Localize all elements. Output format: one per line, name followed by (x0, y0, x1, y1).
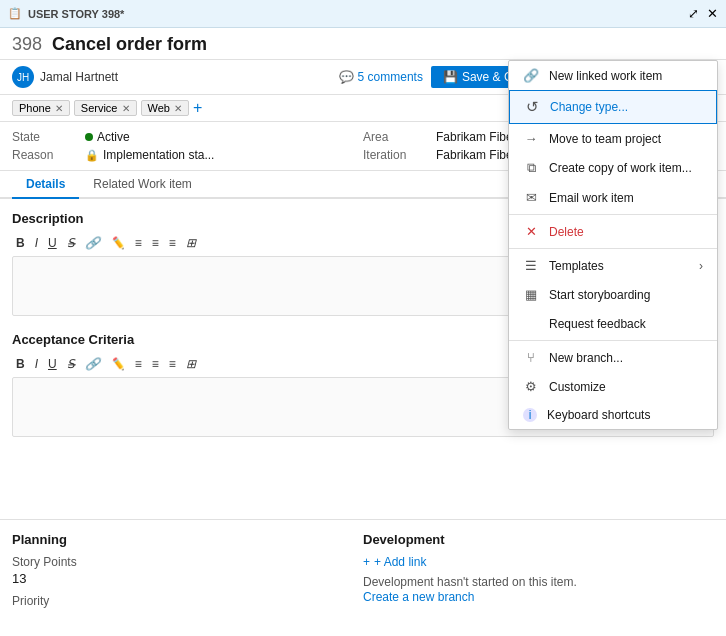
copy-label: Create copy of work item... (549, 161, 692, 175)
new-linked-icon: 🔗 (523, 68, 539, 83)
new-linked-label: New linked work item (549, 69, 662, 83)
feedback-label: Request feedback (549, 317, 646, 331)
menu-item-new-branch[interactable]: ⑂ New branch... (509, 343, 717, 372)
menu-item-move-to-team-project[interactable]: → Move to team project (509, 124, 717, 153)
change-type-icon: ↺ (524, 98, 540, 116)
menu-item-create-copy[interactable]: ⧉ Create copy of work item... (509, 153, 717, 183)
delete-icon: ✕ (523, 224, 539, 239)
templates-icon: ☰ (523, 258, 539, 273)
menu-item-request-feedback[interactable]: · Request feedback (509, 309, 717, 338)
menu-divider-3 (509, 340, 717, 341)
menu-item-templates[interactable]: ☰ Templates › (509, 251, 717, 280)
move-icon: → (523, 131, 539, 146)
dropdown-overlay[interactable]: 🔗 New linked work item ↺ Change type... … (0, 0, 726, 636)
menu-item-customize[interactable]: ⚙ Customize (509, 372, 717, 401)
email-icon: ✉ (523, 190, 539, 205)
feedback-icon: · (523, 316, 539, 331)
menu-item-delete[interactable]: ✕ Delete (509, 217, 717, 246)
templates-label: Templates (549, 259, 604, 273)
change-type-label: Change type... (550, 100, 628, 114)
customize-label: Customize (549, 380, 606, 394)
customize-icon: ⚙ (523, 379, 539, 394)
storyboard-label: Start storyboarding (549, 288, 650, 302)
menu-divider-1 (509, 214, 717, 215)
menu-item-keyboard-shortcuts[interactable]: i Keyboard shortcuts (509, 401, 717, 429)
email-label: Email work item (549, 191, 634, 205)
menu-divider-2 (509, 248, 717, 249)
menu-item-start-storyboarding[interactable]: ▦ Start storyboarding (509, 280, 717, 309)
context-menu: 🔗 New linked work item ↺ Change type... … (508, 60, 718, 430)
menu-item-change-type[interactable]: ↺ Change type... (509, 90, 717, 124)
branch-icon: ⑂ (523, 350, 539, 365)
delete-label: Delete (549, 225, 584, 239)
templates-arrow: › (699, 259, 703, 273)
keyboard-icon: i (523, 408, 537, 422)
keyboard-label: Keyboard shortcuts (547, 408, 650, 422)
copy-icon: ⧉ (523, 160, 539, 176)
menu-item-new-linked-work-item[interactable]: 🔗 New linked work item (509, 61, 717, 90)
storyboard-icon: ▦ (523, 287, 539, 302)
menu-item-email-work-item[interactable]: ✉ Email work item (509, 183, 717, 212)
branch-label: New branch... (549, 351, 623, 365)
move-label: Move to team project (549, 132, 661, 146)
